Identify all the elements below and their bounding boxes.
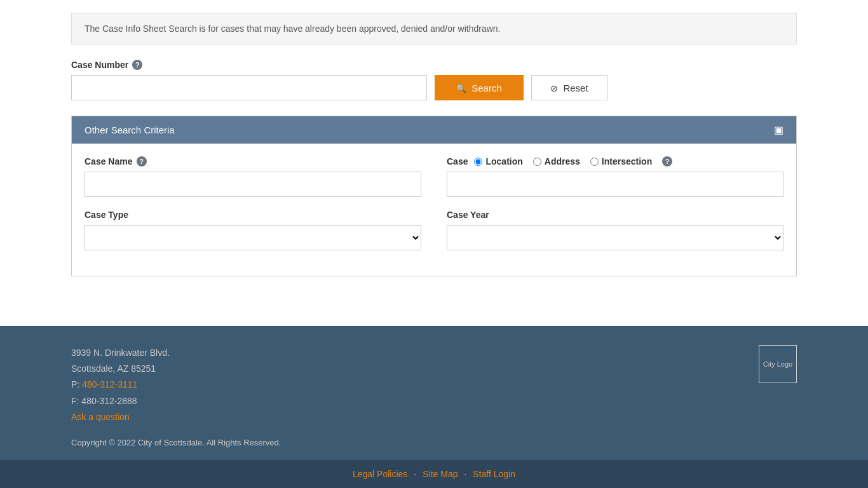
radio-address[interactable]: Address xyxy=(533,156,580,166)
footer-address: 3939 N. Drinkwater Blvd. Scottsdale, AZ … xyxy=(71,345,170,425)
radio-location[interactable]: Location xyxy=(474,156,522,166)
case-type-label: Case Type xyxy=(85,210,421,220)
footer-address-line1: 3939 N. Drinkwater Blvd. xyxy=(71,345,170,361)
case-location-radio-group: Location Address Intersection ? xyxy=(474,156,672,166)
info-text: The Case Info Sheet Search is for cases … xyxy=(85,24,501,34)
case-location-label: Case Location Address xyxy=(447,156,783,166)
case-number-input[interactable] xyxy=(71,75,427,100)
footer-phone: P: 480-312-3111 xyxy=(71,377,170,393)
search-icon xyxy=(456,83,466,93)
radio-location-input[interactable] xyxy=(474,158,482,166)
separator-1: · xyxy=(414,469,416,479)
panel-header: Other Search Criteria ▣ xyxy=(72,116,796,144)
footer-nav-stafflogin[interactable]: Staff Login xyxy=(473,469,515,479)
footer-inner: 3939 N. Drinkwater Blvd. Scottsdale, AZ … xyxy=(71,345,797,425)
case-name-label: Case Name ? xyxy=(85,156,421,166)
reset-label: Reset xyxy=(563,83,588,93)
case-location-input[interactable] xyxy=(447,172,783,197)
footer-logo: City Logo xyxy=(759,345,797,383)
radio-intersection[interactable]: Intersection xyxy=(590,156,652,166)
footer-phone-link[interactable]: 480-312-3111 xyxy=(82,379,137,390)
case-number-help-icon[interactable]: ? xyxy=(132,60,142,70)
reset-icon xyxy=(550,83,558,93)
fields-row-1: Case Name ? Case Location xyxy=(85,156,783,197)
main-content: The Case Info Sheet Search is for cases … xyxy=(0,0,868,326)
panel-body: Case Name ? Case Location xyxy=(72,144,796,276)
footer-ask: Ask a question xyxy=(71,409,170,425)
case-year-group: Case Year xyxy=(447,210,783,250)
separator-2: · xyxy=(464,469,466,479)
case-type-group: Case Type xyxy=(85,210,421,250)
case-location-help-icon[interactable]: ? xyxy=(662,156,672,166)
footer: 3939 N. Drinkwater Blvd. Scottsdale, AZ … xyxy=(0,326,868,460)
fields-row-2: Case Type Case Year xyxy=(85,210,783,250)
case-number-label: Case Number ? xyxy=(71,60,797,70)
case-name-group: Case Name ? xyxy=(85,156,421,197)
footer-address-line2: Scottsdale, AZ 85251 xyxy=(71,361,170,377)
case-year-select[interactable] xyxy=(447,225,783,250)
case-location-group: Case Location Address xyxy=(447,156,783,197)
radio-intersection-input[interactable] xyxy=(590,158,599,166)
radio-address-input[interactable] xyxy=(533,158,541,166)
case-number-row: Search Reset xyxy=(71,75,797,100)
panel-collapse-icon[interactable]: ▣ xyxy=(774,124,783,136)
case-number-section: Case Number ? Search Reset xyxy=(71,60,797,100)
footer-nav-legal[interactable]: Legal Policies xyxy=(353,469,407,479)
panel-title: Other Search Criteria xyxy=(85,125,175,135)
search-label: Search xyxy=(471,83,502,93)
case-name-help-icon[interactable]: ? xyxy=(137,156,147,166)
other-criteria-panel: Other Search Criteria ▣ Case Name ? Case xyxy=(71,116,797,276)
search-button[interactable]: Search xyxy=(435,75,524,100)
case-year-label: Case Year xyxy=(447,210,783,220)
case-name-input[interactable] xyxy=(85,172,421,197)
footer-nav-sitemap[interactable]: Site Map xyxy=(423,469,458,479)
footer-ask-link[interactable]: Ask a question xyxy=(71,412,130,422)
footer-nav: Legal Policies · Site Map · Staff Login xyxy=(0,460,868,488)
footer-fax: F: 480-312-2888 xyxy=(71,393,170,409)
case-type-select[interactable] xyxy=(85,225,421,250)
reset-button[interactable]: Reset xyxy=(531,75,607,100)
footer-copyright: Copyright © 2022 City of Scottsdale. All… xyxy=(71,438,797,447)
info-message: The Case Info Sheet Search is for cases … xyxy=(71,13,797,44)
